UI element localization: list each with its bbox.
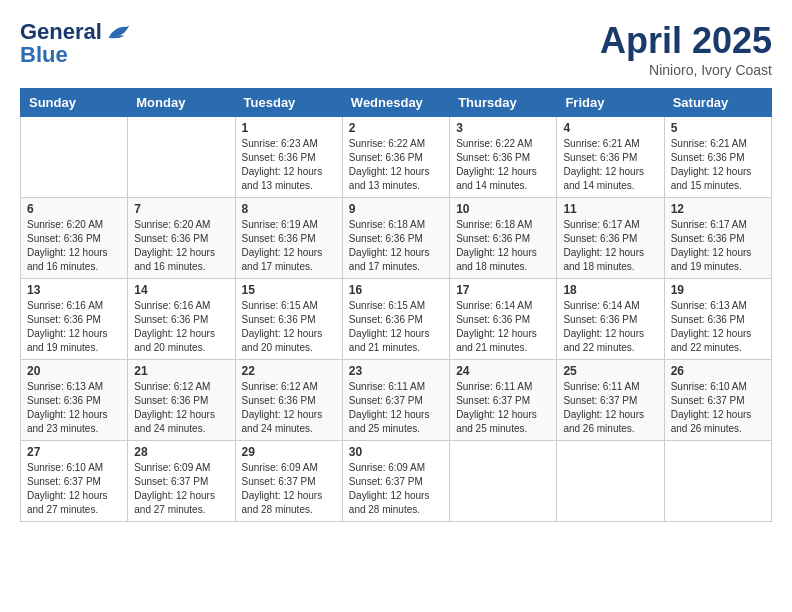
day-cell: 18Sunrise: 6:14 AMSunset: 6:36 PMDayligh… xyxy=(557,279,664,360)
day-number: 11 xyxy=(563,202,657,216)
day-info: Sunrise: 6:10 AMSunset: 6:37 PMDaylight:… xyxy=(27,461,121,517)
day-number: 19 xyxy=(671,283,765,297)
day-cell: 21Sunrise: 6:12 AMSunset: 6:36 PMDayligh… xyxy=(128,360,235,441)
logo-blue: Blue xyxy=(20,44,132,66)
day-cell: 16Sunrise: 6:15 AMSunset: 6:36 PMDayligh… xyxy=(342,279,449,360)
day-number: 14 xyxy=(134,283,228,297)
day-cell: 13Sunrise: 6:16 AMSunset: 6:36 PMDayligh… xyxy=(21,279,128,360)
day-info: Sunrise: 6:22 AMSunset: 6:36 PMDaylight:… xyxy=(456,137,550,193)
week-row-2: 6Sunrise: 6:20 AMSunset: 6:36 PMDaylight… xyxy=(21,198,772,279)
day-number: 29 xyxy=(242,445,336,459)
day-info: Sunrise: 6:21 AMSunset: 6:36 PMDaylight:… xyxy=(563,137,657,193)
day-number: 20 xyxy=(27,364,121,378)
day-cell: 4Sunrise: 6:21 AMSunset: 6:36 PMDaylight… xyxy=(557,117,664,198)
day-cell: 23Sunrise: 6:11 AMSunset: 6:37 PMDayligh… xyxy=(342,360,449,441)
day-info: Sunrise: 6:11 AMSunset: 6:37 PMDaylight:… xyxy=(563,380,657,436)
day-number: 22 xyxy=(242,364,336,378)
day-number: 4 xyxy=(563,121,657,135)
day-cell: 6Sunrise: 6:20 AMSunset: 6:36 PMDaylight… xyxy=(21,198,128,279)
day-cell xyxy=(557,441,664,522)
day-number: 10 xyxy=(456,202,550,216)
day-info: Sunrise: 6:20 AMSunset: 6:36 PMDaylight:… xyxy=(27,218,121,274)
day-info: Sunrise: 6:09 AMSunset: 6:37 PMDaylight:… xyxy=(242,461,336,517)
day-number: 23 xyxy=(349,364,443,378)
day-cell: 8Sunrise: 6:19 AMSunset: 6:36 PMDaylight… xyxy=(235,198,342,279)
day-info: Sunrise: 6:15 AMSunset: 6:36 PMDaylight:… xyxy=(242,299,336,355)
week-row-5: 27Sunrise: 6:10 AMSunset: 6:37 PMDayligh… xyxy=(21,441,772,522)
day-info: Sunrise: 6:14 AMSunset: 6:36 PMDaylight:… xyxy=(563,299,657,355)
day-cell: 12Sunrise: 6:17 AMSunset: 6:36 PMDayligh… xyxy=(664,198,771,279)
day-cell: 11Sunrise: 6:17 AMSunset: 6:36 PMDayligh… xyxy=(557,198,664,279)
day-cell: 30Sunrise: 6:09 AMSunset: 6:37 PMDayligh… xyxy=(342,441,449,522)
week-row-1: 1Sunrise: 6:23 AMSunset: 6:36 PMDaylight… xyxy=(21,117,772,198)
weekday-header-sunday: Sunday xyxy=(21,89,128,117)
day-cell: 14Sunrise: 6:16 AMSunset: 6:36 PMDayligh… xyxy=(128,279,235,360)
day-number: 30 xyxy=(349,445,443,459)
day-number: 27 xyxy=(27,445,121,459)
day-cell: 27Sunrise: 6:10 AMSunset: 6:37 PMDayligh… xyxy=(21,441,128,522)
day-number: 21 xyxy=(134,364,228,378)
day-cell: 15Sunrise: 6:15 AMSunset: 6:36 PMDayligh… xyxy=(235,279,342,360)
month-title: April 2025 xyxy=(600,20,772,62)
day-number: 3 xyxy=(456,121,550,135)
weekday-header-friday: Friday xyxy=(557,89,664,117)
day-number: 1 xyxy=(242,121,336,135)
day-cell: 17Sunrise: 6:14 AMSunset: 6:36 PMDayligh… xyxy=(450,279,557,360)
day-info: Sunrise: 6:12 AMSunset: 6:36 PMDaylight:… xyxy=(242,380,336,436)
day-info: Sunrise: 6:11 AMSunset: 6:37 PMDaylight:… xyxy=(349,380,443,436)
logo: General Blue xyxy=(20,20,132,66)
day-cell: 20Sunrise: 6:13 AMSunset: 6:36 PMDayligh… xyxy=(21,360,128,441)
day-number: 24 xyxy=(456,364,550,378)
weekday-header-monday: Monday xyxy=(128,89,235,117)
day-info: Sunrise: 6:16 AMSunset: 6:36 PMDaylight:… xyxy=(27,299,121,355)
day-number: 28 xyxy=(134,445,228,459)
day-number: 6 xyxy=(27,202,121,216)
day-cell: 29Sunrise: 6:09 AMSunset: 6:37 PMDayligh… xyxy=(235,441,342,522)
day-cell: 10Sunrise: 6:18 AMSunset: 6:36 PMDayligh… xyxy=(450,198,557,279)
day-info: Sunrise: 6:16 AMSunset: 6:36 PMDaylight:… xyxy=(134,299,228,355)
location: Ninioro, Ivory Coast xyxy=(600,62,772,78)
day-info: Sunrise: 6:21 AMSunset: 6:36 PMDaylight:… xyxy=(671,137,765,193)
day-cell: 3Sunrise: 6:22 AMSunset: 6:36 PMDaylight… xyxy=(450,117,557,198)
day-number: 25 xyxy=(563,364,657,378)
day-info: Sunrise: 6:14 AMSunset: 6:36 PMDaylight:… xyxy=(456,299,550,355)
day-info: Sunrise: 6:19 AMSunset: 6:36 PMDaylight:… xyxy=(242,218,336,274)
day-info: Sunrise: 6:11 AMSunset: 6:37 PMDaylight:… xyxy=(456,380,550,436)
day-info: Sunrise: 6:10 AMSunset: 6:37 PMDaylight:… xyxy=(671,380,765,436)
day-number: 26 xyxy=(671,364,765,378)
day-info: Sunrise: 6:18 AMSunset: 6:36 PMDaylight:… xyxy=(349,218,443,274)
day-number: 2 xyxy=(349,121,443,135)
day-number: 9 xyxy=(349,202,443,216)
day-cell: 9Sunrise: 6:18 AMSunset: 6:36 PMDaylight… xyxy=(342,198,449,279)
day-number: 13 xyxy=(27,283,121,297)
day-info: Sunrise: 6:17 AMSunset: 6:36 PMDaylight:… xyxy=(671,218,765,274)
day-number: 15 xyxy=(242,283,336,297)
day-cell: 24Sunrise: 6:11 AMSunset: 6:37 PMDayligh… xyxy=(450,360,557,441)
weekday-header-saturday: Saturday xyxy=(664,89,771,117)
day-cell: 19Sunrise: 6:13 AMSunset: 6:36 PMDayligh… xyxy=(664,279,771,360)
day-info: Sunrise: 6:09 AMSunset: 6:37 PMDaylight:… xyxy=(134,461,228,517)
logo-bird-icon xyxy=(104,22,132,44)
day-cell: 1Sunrise: 6:23 AMSunset: 6:36 PMDaylight… xyxy=(235,117,342,198)
day-number: 16 xyxy=(349,283,443,297)
week-row-3: 13Sunrise: 6:16 AMSunset: 6:36 PMDayligh… xyxy=(21,279,772,360)
weekday-header-row: SundayMondayTuesdayWednesdayThursdayFrid… xyxy=(21,89,772,117)
day-cell: 5Sunrise: 6:21 AMSunset: 6:36 PMDaylight… xyxy=(664,117,771,198)
week-row-4: 20Sunrise: 6:13 AMSunset: 6:36 PMDayligh… xyxy=(21,360,772,441)
day-info: Sunrise: 6:15 AMSunset: 6:36 PMDaylight:… xyxy=(349,299,443,355)
day-number: 5 xyxy=(671,121,765,135)
page-header: General Blue April 2025 Ninioro, Ivory C… xyxy=(20,20,772,78)
logo-text: General xyxy=(20,20,132,44)
weekday-header-thursday: Thursday xyxy=(450,89,557,117)
day-info: Sunrise: 6:20 AMSunset: 6:36 PMDaylight:… xyxy=(134,218,228,274)
calendar-table: SundayMondayTuesdayWednesdayThursdayFrid… xyxy=(20,88,772,522)
day-info: Sunrise: 6:22 AMSunset: 6:36 PMDaylight:… xyxy=(349,137,443,193)
day-number: 17 xyxy=(456,283,550,297)
day-info: Sunrise: 6:09 AMSunset: 6:37 PMDaylight:… xyxy=(349,461,443,517)
title-block: April 2025 Ninioro, Ivory Coast xyxy=(600,20,772,78)
day-cell xyxy=(450,441,557,522)
day-info: Sunrise: 6:12 AMSunset: 6:36 PMDaylight:… xyxy=(134,380,228,436)
day-cell: 25Sunrise: 6:11 AMSunset: 6:37 PMDayligh… xyxy=(557,360,664,441)
day-cell: 26Sunrise: 6:10 AMSunset: 6:37 PMDayligh… xyxy=(664,360,771,441)
day-number: 7 xyxy=(134,202,228,216)
